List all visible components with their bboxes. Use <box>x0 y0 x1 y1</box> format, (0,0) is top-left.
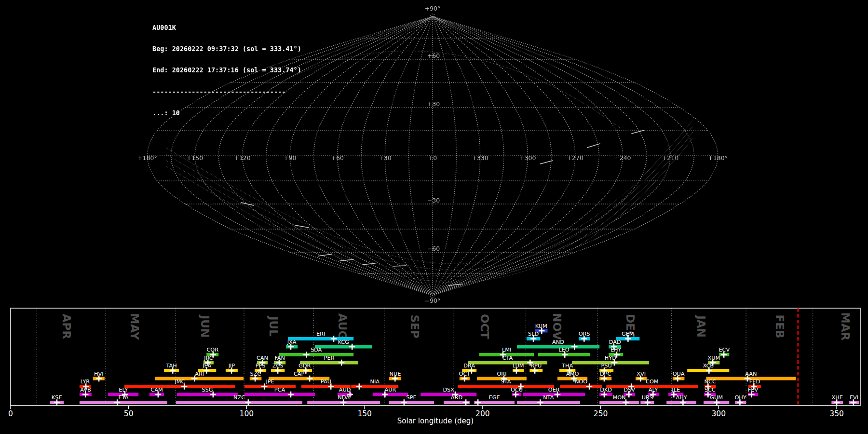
shower-label-NZC: NZC <box>233 394 245 401</box>
month-label-JUN: JUN <box>199 314 211 338</box>
shower-label-ELY: ELY <box>119 387 128 393</box>
lon-label-10: +240 <box>614 154 631 162</box>
shower-label-JRC: JRC <box>203 355 213 361</box>
lon-label-7: +330 <box>472 154 488 162</box>
shower-label-DRA: DRA <box>463 363 475 369</box>
lon-label-4: +60 <box>331 154 344 162</box>
shower-bar-ETA <box>80 401 167 404</box>
shower-label-AUR: AUR <box>385 387 396 393</box>
radiant-drift-mark <box>632 130 644 134</box>
shower-label-DSX: DSX <box>443 387 454 393</box>
shower-bar-SPE <box>389 401 434 404</box>
shower-label-STA: STA <box>501 379 511 385</box>
shower-label-SLD: SLD <box>528 331 539 337</box>
shower-label-ORI: ORI <box>497 371 506 377</box>
lon-label-2: +120 <box>234 154 250 162</box>
shower-label-HVI: HVI <box>94 371 104 377</box>
month-label-MAR: MAR <box>839 312 852 341</box>
shower-bar-JPE <box>244 385 296 388</box>
drift-marks-group <box>241 130 644 285</box>
radiant-drift-mark <box>448 284 462 285</box>
shower-label-AMO: AMO <box>566 371 579 377</box>
shower-label-AVB: AVB <box>80 387 91 393</box>
header-info: AU001K Beg: 20260222 09:37:32 (sol = 333… <box>152 10 301 131</box>
month-label-AUG: AUG <box>336 313 349 340</box>
peak-marker-SDA <box>303 352 309 357</box>
shower-label-SSG: SSG <box>202 387 213 393</box>
shower-label-SCC: SCC <box>705 387 716 393</box>
shower-label-JXA: JXA <box>287 339 297 345</box>
overlay-arc <box>270 51 620 128</box>
lon-label-8: +300 <box>519 154 536 162</box>
shower-label-ZCS: ZCS <box>272 363 284 369</box>
peak-marker-PER <box>339 360 344 366</box>
shower-label-GUM: GUM <box>710 394 723 401</box>
shower-bar-NZC <box>176 401 302 404</box>
radiant-drift-mark <box>340 259 353 261</box>
peak-marker-ERI <box>331 336 337 341</box>
x-tick-label-50: 50 <box>124 409 134 418</box>
north-pole-label: +90° <box>425 5 441 12</box>
lon-label-5: +30 <box>379 154 391 162</box>
shower-bar-NTA <box>517 401 580 404</box>
shower-label-PCA: PCA <box>274 387 285 393</box>
shower-label-OHY: OHY <box>734 394 746 401</box>
lon-label-6: +0 <box>428 154 437 162</box>
shower-label-ARD: ARD <box>451 394 463 401</box>
shower-label-AND: AND <box>552 339 564 345</box>
shower-label-GDR: GDR <box>298 363 311 369</box>
shower-label-KSE: KSE <box>52 394 62 401</box>
shower-label-OCT: OCT <box>459 371 471 377</box>
radiant-drift-mark <box>393 266 406 266</box>
x-ticks-group <box>11 406 837 409</box>
shower-label-JPE: JPE <box>265 379 274 385</box>
shower-label-NDA: NDA <box>338 394 350 401</box>
shower-label-KUM: KUM <box>535 323 547 329</box>
shower-bar-NOO <box>560 385 602 388</box>
shower-label-COR: COR <box>206 347 218 353</box>
month-label-NOV: NOV <box>551 313 563 340</box>
shower-bar-PCA <box>244 393 315 396</box>
shower-label-ERI: ERI <box>316 331 325 337</box>
shower-label-NOO: NOO <box>575 379 587 385</box>
shower-label-EGE: EGE <box>489 394 500 401</box>
shower-label-FED: FED <box>749 379 760 385</box>
lat-label-2: −30 <box>427 197 440 204</box>
shower-label-URS: URS <box>642 394 653 401</box>
x-tick-label-200: 200 <box>475 409 490 418</box>
shower-label-DAD: DAD <box>609 339 621 345</box>
shower-label-ARI: ARI <box>195 371 204 377</box>
shower-label-OCU: OCU <box>511 387 523 393</box>
shower-label-LUM: LUM <box>513 363 524 369</box>
shower-label-PAU: PAU <box>321 379 331 385</box>
month-label-OCT: OCT <box>478 314 491 339</box>
shower-label-EVI: EVI <box>850 394 858 401</box>
x-tick-label-150: 150 <box>357 409 372 418</box>
shower-label-NIA: NIA <box>370 379 380 385</box>
station-id: AU001K <box>152 24 301 31</box>
shower-bar-SSG <box>177 393 238 396</box>
shower-label-NUE: NUE <box>390 371 401 377</box>
shower-label-FEV: FEV <box>748 387 759 393</box>
shower-label-ALY: ALY <box>649 387 658 393</box>
shower-label-TAH: TAH <box>165 363 176 369</box>
shower-label-JLE: JLE <box>671 387 680 393</box>
lat-label-0: +60 <box>427 52 440 59</box>
month-label-SEP: SEP <box>408 314 421 338</box>
lon-label-9: +270 <box>567 154 583 162</box>
shower-label-XCB: XCB <box>703 363 714 369</box>
shower-label-FAN: FAN <box>274 355 285 361</box>
shower-label-CAN: CAN <box>257 355 268 361</box>
shower-label-JIP: JIP <box>228 363 235 369</box>
shower-label-NTA: NTA <box>543 394 554 401</box>
shower-label-XVI: XVI <box>637 371 646 377</box>
shower-label-ORS: ORS <box>579 331 590 337</box>
shower-label-SDA: SDA <box>311 347 322 353</box>
shower-label-NCC: NCC <box>705 379 716 385</box>
shower-label-XUM: XUM <box>707 355 720 361</box>
shower-label-DKD: DKD <box>600 387 612 393</box>
shower-label-LEO: LEO <box>558 347 569 353</box>
shower-label-QUA: QUA <box>673 371 685 377</box>
header-divider: ---------------------------------- <box>152 88 301 95</box>
peak-marker-CAP <box>307 376 312 381</box>
